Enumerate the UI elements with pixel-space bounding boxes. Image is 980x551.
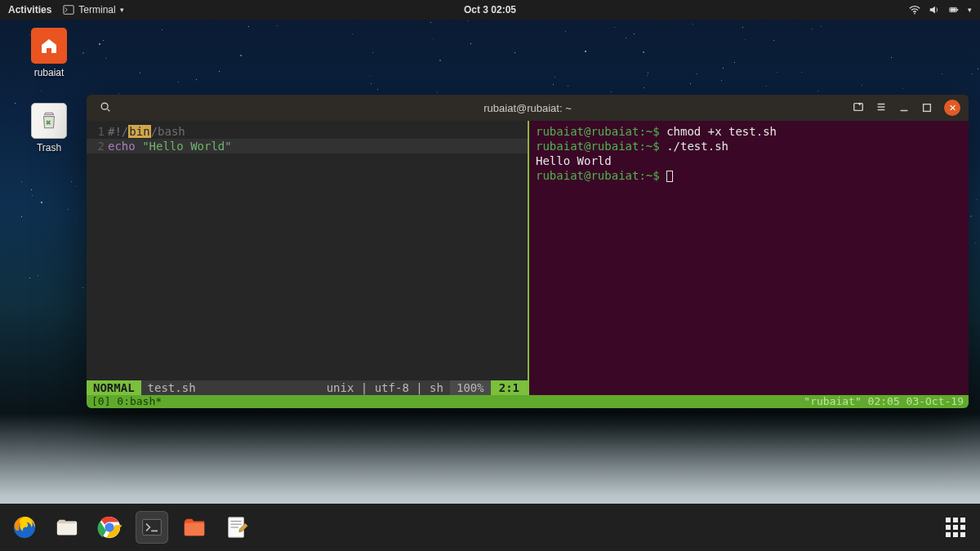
volume-icon xyxy=(929,4,940,16)
dock-text-editor[interactable] xyxy=(220,511,253,544)
battery-icon xyxy=(948,4,960,16)
svg-rect-7 xyxy=(924,104,931,112)
svg-rect-0 xyxy=(64,6,74,15)
hamburger-icon[interactable] xyxy=(875,101,887,115)
desktop-icon-trash[interactable]: Trash xyxy=(23,103,75,153)
dock xyxy=(0,504,980,551)
terminal-icon xyxy=(63,4,74,16)
svg-point-1 xyxy=(914,13,915,15)
dock-terminal[interactable] xyxy=(136,511,168,544)
terminal-icon xyxy=(140,516,163,539)
minimize-button[interactable] xyxy=(898,102,910,113)
dock-show-applications[interactable] xyxy=(939,511,972,544)
tmux-status-left: [0] 0:bash* xyxy=(91,394,162,408)
dropdown-triangle-icon: ▾ xyxy=(968,6,972,14)
vim-fileinfo: unix | utf-8 | sh xyxy=(320,380,450,395)
chrome-icon xyxy=(97,515,122,540)
text-editor-icon xyxy=(225,515,249,540)
vim-percent: 100% xyxy=(450,380,491,395)
svg-rect-4 xyxy=(951,8,956,11)
tmux-pane-shell[interactable]: rubaiat@rubaiat:~$ chmod +x test.sh ruba… xyxy=(529,121,969,408)
vim-position: 2:1 xyxy=(491,380,528,395)
dock-files[interactable] xyxy=(51,511,83,544)
svg-rect-3 xyxy=(957,9,959,11)
apps-grid-icon xyxy=(946,518,965,537)
firefox-icon xyxy=(12,515,37,540)
window-titlebar[interactable]: rubaiat@rubaiat: ~ ✕ xyxy=(87,95,969,121)
desktop-icon-label: rubaiat xyxy=(23,67,75,78)
wifi-icon xyxy=(909,4,920,16)
shell-output: rubaiat@rubaiat:~$ chmod +x test.sh ruba… xyxy=(536,124,962,183)
vim-mode: NORMAL xyxy=(87,380,141,395)
dock-chrome[interactable] xyxy=(93,511,126,544)
vim-statusline: NORMAL test.sh unix | utf-8 | sh 100% 2:… xyxy=(87,380,528,395)
system-tray[interactable]: ▾ xyxy=(909,4,972,16)
trash-icon xyxy=(38,110,60,131)
tmux-pane-editor[interactable]: 1 2 #!/bin/bash echo "Hello World" NORMA… xyxy=(87,121,528,408)
vim-filename: test.sh xyxy=(141,380,203,395)
desktop-icon-home[interactable]: rubaiat xyxy=(23,28,75,78)
dock-folder[interactable] xyxy=(178,511,211,544)
tmux-session: 1 2 #!/bin/bash echo "Hello World" NORMA… xyxy=(87,121,969,408)
window-title: rubaiat@rubaiat: ~ xyxy=(483,102,572,114)
app-menu[interactable]: Terminal ▾ xyxy=(63,4,123,16)
activities-button[interactable]: Activities xyxy=(8,4,51,16)
home-folder-icon xyxy=(39,36,59,56)
desktop-icon-label: Trash xyxy=(23,142,75,153)
svg-point-5 xyxy=(101,103,108,109)
tmux-statusbar: [0] 0:bash* "rubaiat" 02:05 03-Oct-19 xyxy=(87,395,969,408)
search-icon[interactable] xyxy=(100,101,111,115)
shell-cursor xyxy=(666,171,673,182)
new-tab-icon[interactable] xyxy=(853,101,864,115)
close-button[interactable]: ✕ xyxy=(944,100,960,116)
tmux-status-right: "rubaiat" 02:05 03-Oct-19 xyxy=(804,394,964,408)
svg-rect-13 xyxy=(143,519,162,535)
folder-icon xyxy=(182,515,207,540)
maximize-button[interactable] xyxy=(921,102,933,113)
app-menu-label: Terminal xyxy=(78,4,115,16)
line-number-gutter: 1 2 xyxy=(87,124,105,153)
dropdown-triangle-icon: ▾ xyxy=(120,6,124,14)
clock[interactable]: Oct 3 02:05 xyxy=(464,4,516,16)
editor-content: #!/bin/bash echo "Hello World" xyxy=(108,124,528,153)
dock-firefox[interactable] xyxy=(8,511,41,544)
svg-rect-14 xyxy=(185,522,204,535)
files-icon xyxy=(55,515,79,540)
gnome-topbar: Activities Terminal ▾ Oct 3 02:05 ▾ xyxy=(0,0,980,20)
terminal-window: rubaiat@rubaiat: ~ ✕ 1 2 #!/bin/bash ech… xyxy=(87,95,969,408)
